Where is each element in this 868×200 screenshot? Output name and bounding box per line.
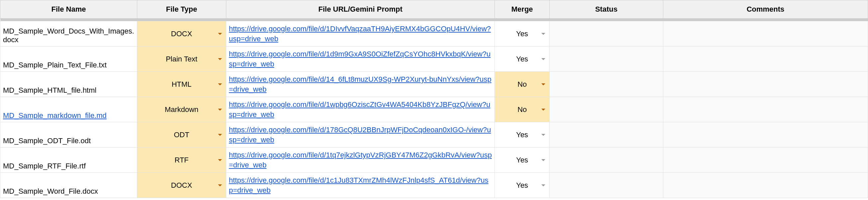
filetype-cell[interactable]: DOCX [137, 21, 226, 46]
merge-value: Yes [516, 181, 528, 190]
filetype-value: Markdown [165, 105, 198, 113]
url-cell[interactable]: https://drive.google.com/file/d/178GcQ8U… [226, 122, 495, 147]
filename-cell[interactable]: MD_Sample_ODT_File.odt [0, 122, 137, 147]
header-merge[interactable]: Merge [495, 0, 550, 19]
table-row: MD_Sample_markdown_file.mdMarkdownhttps:… [0, 97, 868, 122]
dropdown-arrow-icon[interactable] [218, 134, 222, 136]
dropdown-arrow-icon[interactable] [218, 185, 222, 187]
url-link[interactable]: https://drive.google.com/file/d/1tq7ejkz… [229, 150, 492, 170]
filename-cell[interactable]: MD_Sample_markdown_file.md [0, 97, 137, 122]
merge-value: Yes [516, 131, 528, 139]
url-link[interactable]: https://drive.google.com/file/d/178GcQ8U… [229, 125, 492, 144]
header-filetype[interactable]: File Type [137, 0, 226, 19]
filetype-value: DOCX [171, 181, 192, 189]
filename-cell[interactable]: MD_Sample_Word_File.docx [0, 173, 137, 198]
table-row: MD_Sample_Word_Docs_With_Images.docxDOCX… [0, 21, 868, 46]
merge-value: No [518, 80, 527, 89]
dropdown-arrow-icon[interactable] [541, 159, 545, 161]
url-cell[interactable]: https://drive.google.com/file/d/1DIvvfVa… [226, 21, 495, 46]
status-cell[interactable] [550, 122, 663, 147]
merge-cell[interactable]: Yes [495, 173, 550, 198]
header-divider [0, 19, 868, 21]
comments-cell[interactable] [663, 122, 868, 147]
comments-cell[interactable] [663, 21, 868, 46]
comments-cell[interactable] [663, 97, 868, 122]
table-row: MD_Sample_HTML_file.htmlHTMLhttps://driv… [0, 72, 868, 97]
filename-text: MD_Sample_RTF_File.rtf [3, 162, 86, 170]
data-table: File Name File Type File URL/Gemini Prom… [0, 0, 868, 198]
status-cell[interactable] [550, 173, 663, 198]
dropdown-arrow-icon[interactable] [541, 84, 545, 86]
comments-cell[interactable] [663, 46, 868, 72]
filename-text: MD_Sample_Plain_Text_File.txt [3, 61, 107, 69]
dropdown-arrow-icon[interactable] [541, 109, 545, 111]
filetype-value: DOCX [171, 30, 192, 38]
url-cell[interactable]: https://drive.google.com/file/d/1d9m9GxA… [226, 46, 495, 72]
merge-value: Yes [516, 156, 528, 164]
filename-cell[interactable]: MD_Sample_HTML_file.html [0, 72, 137, 97]
comments-cell[interactable] [663, 173, 868, 198]
merge-value: No [518, 105, 527, 114]
status-cell[interactable] [550, 46, 663, 72]
status-cell[interactable] [550, 97, 663, 122]
filename-cell[interactable]: MD_Sample_Plain_Text_File.txt [0, 46, 137, 72]
merge-value: Yes [516, 55, 528, 63]
filetype-cell[interactable]: Markdown [137, 97, 226, 122]
filename-cell[interactable]: MD_Sample_Word_Docs_With_Images.docx [0, 21, 137, 46]
filename-text: MD_Sample_Word_Docs_With_Images.docx [3, 27, 134, 44]
filetype-value: RTF [175, 156, 188, 164]
merge-cell[interactable]: No [495, 72, 550, 97]
url-link[interactable]: https://drive.google.com/file/d/1wpbg6Oz… [229, 100, 492, 119]
header-row: File Name File Type File URL/Gemini Prom… [0, 0, 868, 19]
filename-link[interactable]: MD_Sample_markdown_file.md [3, 111, 107, 120]
url-link[interactable]: https://drive.google.com/file/d/1c1Ju83T… [229, 175, 492, 195]
header-comments[interactable]: Comments [663, 0, 868, 19]
filename-text: MD_Sample_HTML_file.html [3, 86, 96, 94]
filetype-value: Plain Text [166, 55, 197, 63]
header-filename[interactable]: File Name [0, 0, 137, 19]
filename-text: MD_Sample_ODT_File.odt [3, 137, 91, 145]
comments-cell[interactable] [663, 147, 868, 173]
filetype-cell[interactable]: DOCX [137, 173, 226, 198]
url-link[interactable]: https://drive.google.com/file/d/14_6fLt8… [229, 74, 492, 94]
url-cell[interactable]: https://drive.google.com/file/d/1tq7ejkz… [226, 147, 495, 173]
table-row: MD_Sample_RTF_File.rtfRTFhttps://drive.g… [0, 147, 868, 173]
status-cell[interactable] [550, 72, 663, 97]
table-row: MD_Sample_Word_File.docxDOCXhttps://driv… [0, 173, 868, 198]
dropdown-arrow-icon[interactable] [218, 84, 222, 86]
dropdown-arrow-icon[interactable] [218, 159, 222, 161]
merge-cell[interactable]: No [495, 97, 550, 122]
merge-cell[interactable]: Yes [495, 46, 550, 72]
url-link[interactable]: https://drive.google.com/file/d/1d9m9GxA… [229, 49, 492, 69]
dropdown-arrow-icon[interactable] [541, 58, 545, 60]
merge-cell[interactable]: Yes [495, 122, 550, 147]
filename-cell[interactable]: MD_Sample_RTF_File.rtf [0, 147, 137, 173]
filetype-cell[interactable]: HTML [137, 72, 226, 97]
dropdown-arrow-icon[interactable] [541, 185, 545, 187]
merge-cell[interactable]: Yes [495, 147, 550, 173]
filetype-cell[interactable]: ODT [137, 122, 226, 147]
table-row: MD_Sample_ODT_File.odtODThttps://drive.g… [0, 122, 868, 147]
header-status[interactable]: Status [550, 0, 663, 19]
filetype-cell[interactable]: RTF [137, 147, 226, 173]
filetype-cell[interactable]: Plain Text [137, 46, 226, 72]
url-link[interactable]: https://drive.google.com/file/d/1DIvvfVa… [229, 24, 492, 43]
status-cell[interactable] [550, 21, 663, 46]
filename-text: MD_Sample_Word_File.docx [3, 187, 98, 195]
header-url[interactable]: File URL/Gemini Prompt [226, 0, 495, 19]
merge-cell[interactable]: Yes [495, 21, 550, 46]
comments-cell[interactable] [663, 72, 868, 97]
url-cell[interactable]: https://drive.google.com/file/d/14_6fLt8… [226, 72, 495, 97]
filetype-value: HTML [172, 80, 191, 88]
dropdown-arrow-icon[interactable] [218, 33, 222, 35]
merge-value: Yes [516, 30, 528, 38]
url-cell[interactable]: https://drive.google.com/file/d/1wpbg6Oz… [226, 97, 495, 122]
dropdown-arrow-icon[interactable] [541, 33, 545, 35]
table-row: MD_Sample_Plain_Text_File.txtPlain Texth… [0, 46, 868, 72]
dropdown-arrow-icon[interactable] [218, 109, 222, 111]
url-cell[interactable]: https://drive.google.com/file/d/1c1Ju83T… [226, 173, 495, 198]
dropdown-arrow-icon[interactable] [218, 58, 222, 60]
dropdown-arrow-icon[interactable] [541, 134, 545, 136]
filetype-value: ODT [174, 131, 189, 139]
status-cell[interactable] [550, 147, 663, 173]
